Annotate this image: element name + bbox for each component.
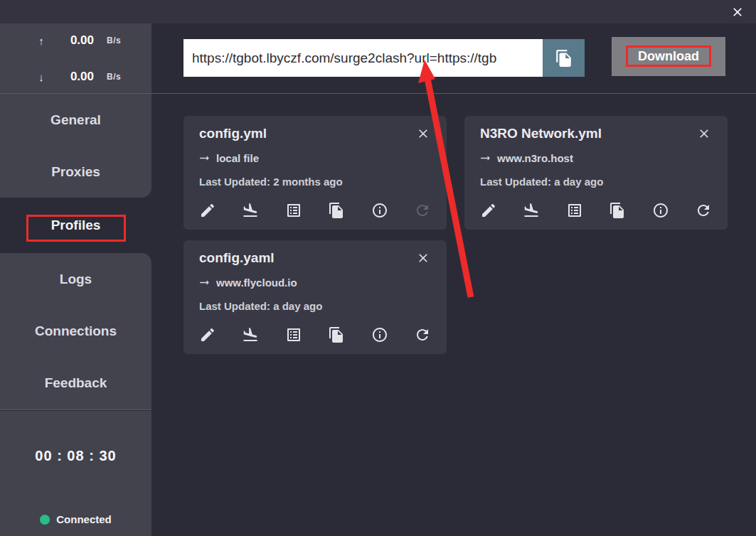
refresh-icon[interactable]	[414, 202, 431, 219]
upload-speed-value: 0.00	[53, 33, 94, 48]
sidebar-item-profiles[interactable]: Profiles	[0, 198, 151, 253]
sidebar-item-connections[interactable]: Connections	[0, 305, 151, 357]
profile-name: config.yml	[199, 126, 267, 141]
arrow-right-icon	[198, 151, 211, 165]
refresh-icon[interactable]	[414, 326, 431, 343]
sidebar: ↑ 0.00 B/s ↓ 0.00 B/s General Proxies Pr…	[0, 23, 151, 536]
download-speed: ↓ 0.00 B/s	[0, 68, 151, 85]
file-copy-icon	[555, 49, 573, 68]
duplicate-copy-icon[interactable]	[328, 326, 345, 343]
arrow-right-icon	[198, 276, 211, 289]
sidebar-item-label: Profiles	[51, 218, 101, 233]
sidebar-item-feedback[interactable]: Feedback	[0, 357, 151, 409]
close-icon[interactable]	[415, 250, 431, 266]
sidebar-top-panel: ↑ 0.00 B/s ↓ 0.00 B/s General Proxies	[0, 23, 151, 198]
flight-land-icon[interactable]	[242, 202, 259, 219]
upload-speed: ↑ 0.00 B/s	[0, 32, 151, 49]
upload-arrow-icon: ↑	[36, 35, 47, 47]
download-arrow-icon: ↓	[36, 71, 47, 83]
profile-source: local file	[216, 152, 259, 164]
window-titlebar	[0, 0, 756, 23]
pencil-edit-icon[interactable]	[199, 326, 216, 343]
download-button[interactable]: Download	[612, 37, 725, 76]
profile-name: N3RO Network.yml	[480, 126, 602, 141]
upload-speed-unit: B/s	[107, 36, 121, 45]
list-details-icon[interactable]	[285, 326, 302, 343]
profile-card: config.yml local file Last Updated: 2 mo…	[183, 116, 447, 230]
close-icon[interactable]	[696, 126, 712, 141]
close-icon[interactable]	[415, 126, 431, 141]
duplicate-copy-icon[interactable]	[609, 202, 626, 219]
profile-source: www.n3ro.host	[497, 152, 573, 164]
profile-url-input[interactable]	[183, 39, 543, 77]
toolbar-divider	[151, 93, 756, 94]
copy-url-button[interactable]	[543, 39, 585, 77]
status-dot-icon	[40, 515, 50, 525]
profile-last-updated: Last Updated: 2 months ago	[199, 176, 343, 188]
status-label: Connected	[56, 513, 112, 525]
info-circle-icon[interactable]	[652, 202, 669, 219]
list-details-icon[interactable]	[285, 202, 302, 219]
list-details-icon[interactable]	[566, 202, 583, 219]
profile-card: config.yaml www.flycloud.io Last Updated…	[183, 240, 447, 354]
duplicate-copy-icon[interactable]	[328, 202, 345, 219]
sidebar-item-proxies[interactable]: Proxies	[0, 146, 151, 198]
connection-status: Connected	[0, 513, 151, 525]
profile-last-updated: Last Updated: a day ago	[199, 300, 322, 312]
flight-land-icon[interactable]	[523, 202, 540, 219]
info-circle-icon[interactable]	[371, 326, 388, 343]
profile-card: N3RO Network.yml www.n3ro.host Last Upda…	[464, 116, 728, 230]
profile-source: www.flycloud.io	[216, 277, 297, 289]
pencil-edit-icon[interactable]	[199, 202, 216, 219]
uptime-timer: 00 : 08 : 30	[0, 448, 151, 464]
sidebar-mid-panel: Logs Connections Feedback	[0, 253, 151, 410]
traffic-stats: ↑ 0.00 B/s ↓ 0.00 B/s	[0, 23, 151, 94]
refresh-icon[interactable]	[695, 202, 712, 219]
profile-last-updated: Last Updated: a day ago	[480, 176, 603, 188]
sidebar-bottom-panel: 00 : 08 : 30 Connected	[0, 411, 151, 536]
sidebar-item-general[interactable]: General	[0, 94, 151, 146]
download-speed-value: 0.00	[53, 70, 94, 84]
sidebar-item-logs[interactable]: Logs	[0, 253, 151, 305]
profile-name: config.yaml	[199, 250, 275, 266]
window-close-icon[interactable]	[728, 2, 747, 22]
download-speed-unit: B/s	[107, 72, 121, 82]
pencil-edit-icon[interactable]	[480, 202, 497, 219]
flight-land-icon[interactable]	[242, 326, 259, 343]
arrow-right-icon	[479, 151, 492, 165]
info-circle-icon[interactable]	[371, 202, 388, 219]
